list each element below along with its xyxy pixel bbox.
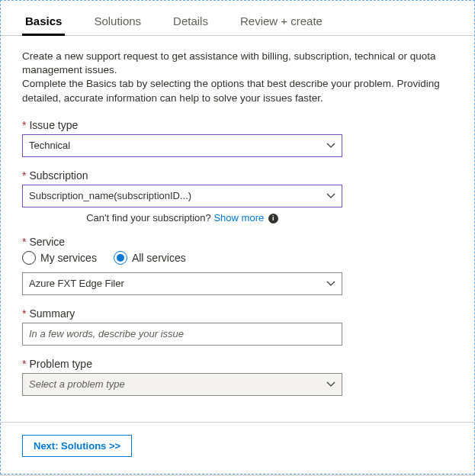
select-service-value: Azure FXT Edge Filer	[29, 278, 124, 289]
tab-solutions[interactable]: Solutions	[91, 10, 144, 35]
select-subscription[interactable]: Subscription_name(subscriptionID...)	[22, 185, 342, 207]
radio-my-services-label: My services	[40, 252, 97, 264]
tab-bar: Basics Solutions Details Review + create	[1, 1, 474, 36]
required-marker: *	[22, 236, 26, 248]
input-summary[interactable]: In a few words, describe your issue	[22, 323, 342, 346]
field-summary: *Summary In a few words, describe your i…	[22, 307, 453, 346]
label-problem-type-text: Problem type	[29, 358, 91, 370]
radio-circle	[114, 251, 127, 265]
subscription-helper-text: Can't find your subscription?	[86, 212, 213, 224]
select-service[interactable]: Azure FXT Edge Filer	[22, 272, 342, 295]
required-marker: *	[22, 119, 26, 131]
input-summary-placeholder: In a few words, describe your issue	[29, 328, 184, 339]
tab-details[interactable]: Details	[170, 10, 211, 35]
label-summary-text: Summary	[29, 307, 75, 320]
radio-my-services[interactable]: My services	[22, 251, 97, 265]
intro-text: Create a new support request to get assi…	[22, 50, 453, 105]
info-icon[interactable]: i	[268, 214, 278, 224]
subscription-helper: Can't find your subscription? Show more …	[22, 212, 342, 224]
select-problem-type[interactable]: Select a problem type	[22, 373, 342, 396]
select-subscription-value: Subscription_name(subscriptionID...)	[29, 190, 191, 201]
footer: Next: Solutions >>	[1, 422, 474, 474]
radio-all-services-label: All services	[132, 252, 186, 264]
field-subscription: *Subscription Subscription_name(subscrip…	[22, 169, 453, 224]
chevron-down-icon	[326, 141, 335, 150]
label-issue-type: *Issue type	[22, 119, 453, 131]
tab-review-create[interactable]: Review + create	[237, 10, 326, 35]
label-subscription: *Subscription	[22, 169, 453, 182]
select-issue-type[interactable]: Technical	[22, 134, 342, 157]
form-content: Create a new support request to get assi…	[1, 36, 474, 422]
service-radio-group: My services All services	[22, 251, 453, 265]
label-subscription-text: Subscription	[29, 169, 88, 182]
required-marker: *	[22, 358, 26, 370]
radio-circle	[22, 251, 36, 265]
chevron-down-icon	[326, 279, 335, 288]
label-issue-type-text: Issue type	[29, 119, 78, 131]
field-service: *Service My services All services Azure …	[22, 236, 453, 295]
tab-basics[interactable]: Basics	[22, 10, 65, 35]
next-solutions-button[interactable]: Next: Solutions >>	[22, 435, 132, 457]
field-problem-type: *Problem type Select a problem type	[22, 358, 453, 396]
radio-all-services[interactable]: All services	[114, 251, 186, 265]
field-issue-type: *Issue type Technical	[22, 119, 453, 157]
label-summary: *Summary	[22, 307, 453, 320]
label-problem-type: *Problem type	[22, 358, 453, 370]
label-service-text: Service	[29, 236, 65, 248]
support-request-panel: Basics Solutions Details Review + create…	[0, 0, 475, 474]
label-service: *Service	[22, 236, 453, 248]
chevron-down-icon	[326, 191, 335, 201]
select-problem-type-placeholder: Select a problem type	[29, 378, 125, 390]
required-marker: *	[22, 169, 26, 182]
required-marker: *	[22, 307, 26, 320]
show-more-link[interactable]: Show more	[213, 212, 264, 224]
select-issue-type-value: Technical	[29, 140, 70, 151]
chevron-down-icon	[326, 380, 335, 389]
